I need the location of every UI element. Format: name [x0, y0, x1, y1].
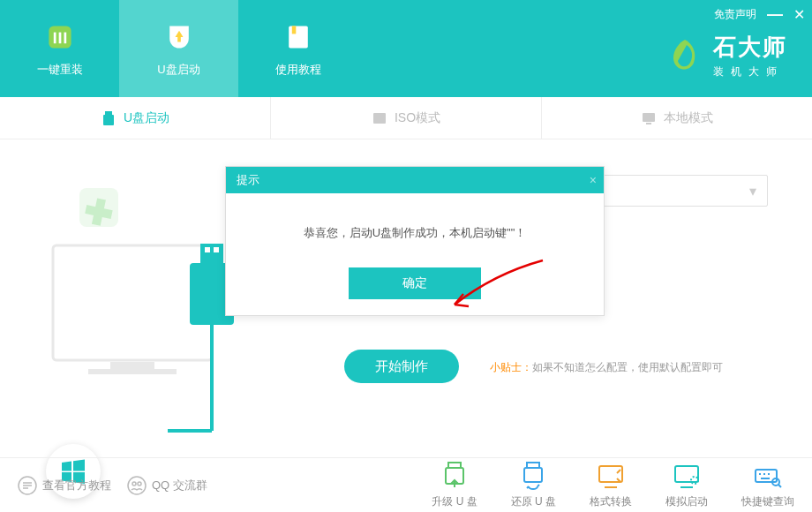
usb-shield-icon	[162, 19, 197, 55]
nav-label: 使用教程	[275, 62, 321, 78]
svg-rect-3	[64, 33, 66, 44]
monitor-play-icon	[672, 461, 702, 491]
app-header: 一键重装 U盘启动 使用教程 免责声明 — ✕ 石大师 装机大师	[0, 0, 812, 97]
success-dialog: 提示 × 恭喜您，启动U盘制作成功，本机启动键""！ 确定	[225, 166, 605, 316]
svg-rect-26	[524, 468, 542, 482]
svg-rect-7	[103, 115, 114, 125]
svg-rect-5	[291, 26, 296, 34]
restore-usb-action[interactable]: 还原 U 盘	[511, 461, 556, 509]
dialog-message: 恭喜您，启动U盘制作成功，本机启动键""！	[226, 193, 604, 267]
disclaimer-link[interactable]: 免责声明	[714, 7, 756, 22]
svg-rect-12	[110, 362, 154, 369]
window-controls: 免责声明 — ✕	[714, 5, 805, 24]
svg-rect-2	[58, 33, 61, 44]
tutorial-link[interactable]: 查看官方教程	[18, 476, 111, 495]
monitor-icon	[641, 110, 657, 126]
svg-rect-1	[53, 33, 56, 44]
svg-point-21	[132, 482, 136, 486]
action-label: 快捷键查询	[741, 494, 794, 509]
tab-local-mode[interactable]: 本地模式	[542, 97, 812, 139]
dialog-confirm-button[interactable]: 确定	[349, 267, 481, 299]
svg-rect-17	[205, 247, 210, 252]
upgrade-usb-action[interactable]: 升级 U 盘	[432, 461, 477, 509]
dialog-header: 提示 ×	[226, 167, 604, 193]
convert-icon	[596, 461, 626, 491]
start-make-button[interactable]: 开始制作	[344, 350, 459, 383]
tab-label: 本地模式	[664, 110, 713, 126]
nav-usb-boot[interactable]: U盘启动	[119, 0, 238, 97]
mode-tabs: U盘启动 ISO模式 本地模式	[0, 97, 812, 139]
tab-label: U盘启动	[124, 110, 169, 126]
chevron-down-icon: ▾	[749, 183, 756, 200]
simulate-boot-action[interactable]: 模拟启动	[665, 461, 708, 509]
svg-rect-10	[646, 123, 651, 124]
tip-label: 小贴士：	[490, 361, 532, 373]
book-icon	[281, 19, 316, 55]
svg-rect-6	[105, 111, 112, 115]
tip-content: 如果不知道怎么配置，使用默认配置即可	[532, 361, 723, 373]
minimize-button[interactable]: —	[767, 5, 783, 24]
action-label: 模拟启动	[665, 494, 708, 509]
svg-rect-11	[53, 245, 212, 360]
usb-up-icon	[440, 461, 470, 491]
tab-iso-mode[interactable]: ISO模式	[271, 97, 542, 139]
svg-rect-16	[200, 244, 223, 263]
svg-rect-13	[88, 369, 177, 374]
nav-tutorial[interactable]: 使用教程	[238, 0, 357, 97]
footer: 查看官方教程 QQ 交流群 升级 U 盘 还原 U 盘 格式转换 模拟启动 快捷…	[0, 457, 812, 512]
book-open-icon	[18, 476, 37, 495]
dialog-close-button[interactable]: ×	[590, 173, 597, 187]
svg-rect-28	[675, 466, 698, 482]
keyboard-search-icon	[753, 461, 783, 491]
nav-label: 一键重装	[37, 62, 83, 78]
svg-point-22	[138, 482, 141, 486]
tab-label: ISO模式	[395, 110, 440, 126]
action-label: 格式转换	[590, 494, 632, 509]
nav-reinstall[interactable]: 一键重装	[0, 0, 119, 97]
action-label: 还原 U 盘	[511, 494, 556, 509]
nav-label: U盘启动	[157, 62, 199, 78]
tab-usb-boot[interactable]: U盘启动	[0, 97, 271, 139]
iso-icon	[372, 110, 387, 126]
qq-group-link[interactable]: QQ 交流群	[127, 476, 207, 495]
link-label: QQ 交流群	[152, 478, 207, 493]
usb-sync-icon	[518, 461, 548, 491]
format-convert-action[interactable]: 格式转换	[590, 461, 632, 509]
action-label: 升级 U 盘	[432, 494, 477, 509]
brand-subtitle: 装机大师	[713, 64, 787, 79]
svg-rect-18	[214, 247, 219, 252]
brand: 石大师 装机大师	[665, 32, 787, 79]
svg-rect-9	[643, 113, 655, 122]
brand-logo-icon	[665, 36, 704, 75]
link-label: 查看官方教程	[42, 478, 111, 493]
brand-title: 石大师	[713, 32, 787, 63]
people-icon	[127, 476, 147, 495]
tip-text: 小贴士：如果不知道怎么配置，使用默认配置即可	[490, 360, 723, 375]
usb-icon	[101, 110, 117, 126]
hotkey-query-action[interactable]: 快捷键查询	[741, 461, 794, 509]
dialog-title: 提示	[237, 172, 259, 188]
close-button[interactable]: ✕	[793, 6, 805, 23]
svg-point-20	[128, 477, 146, 494]
svg-rect-8	[373, 113, 386, 124]
bars-icon	[42, 19, 78, 55]
svg-rect-4	[289, 26, 308, 48]
